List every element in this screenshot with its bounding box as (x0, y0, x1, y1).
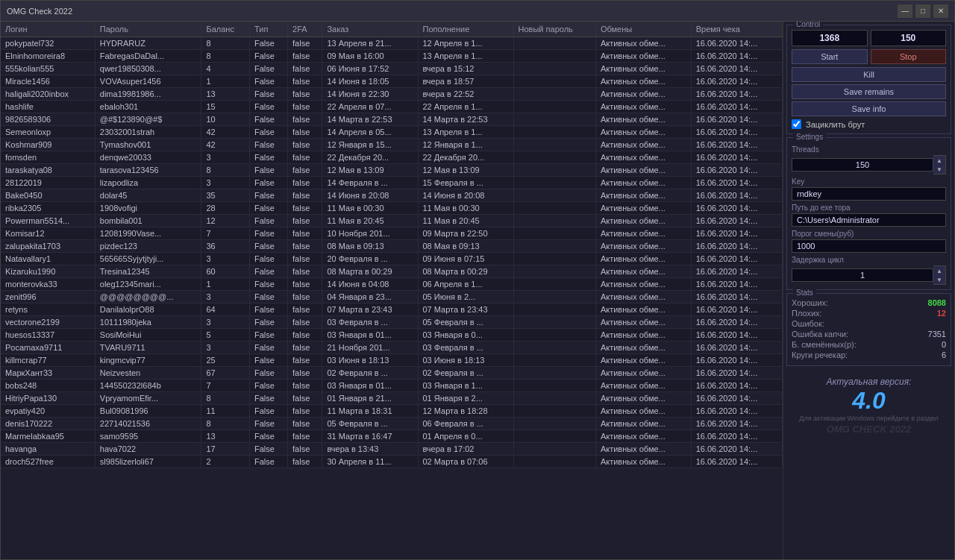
delay-decrement[interactable]: ▼ (933, 275, 945, 284)
table-cell: false (288, 392, 322, 405)
close-button[interactable]: ✕ (933, 4, 948, 18)
table-cell (513, 63, 595, 75)
threshold-input[interactable] (792, 239, 946, 253)
table-row: Bake0450dolar4535Falsefalse14 Июня в 20:… (1, 189, 783, 202)
col-balance: Баланс (201, 22, 250, 37)
table-cell (513, 443, 595, 456)
table-cell: 16.06.2020 14:... (691, 151, 782, 164)
table-cell: 16.06.2020 14:... (691, 456, 782, 468)
table-cell: false (288, 240, 322, 253)
table-cell: 28 (201, 202, 250, 215)
table-row: Semeonloxp23032001strah42Falsefalse14 Ап… (1, 126, 783, 139)
col-checktime: Время чека (691, 22, 782, 37)
table-row: fomsdendenqwe200333Falsefalse22 Декабря … (1, 151, 783, 164)
table-cell: 11 Мая в 00:30 (322, 202, 418, 215)
good-label: Хороших: (792, 298, 828, 307)
table-cell: 28122019 (1, 177, 95, 189)
table-cell: fomsden (1, 151, 95, 164)
save-remains-button[interactable]: Save remains (792, 84, 946, 99)
table-row: Kizaruku1990Tresina1234560Falsefalse08 М… (1, 265, 783, 278)
table-cell: false (288, 367, 322, 380)
table-cell: 03 Января в 01... (322, 329, 418, 342)
table-cell: HitriyPapa130 (1, 392, 95, 405)
table-cell: Активных обме... (595, 367, 691, 380)
save-info-button[interactable]: Save info (792, 101, 946, 116)
table-cell: droch527free (1, 456, 95, 468)
table-cell (513, 88, 595, 101)
table-cell: 16.06.2020 14:... (691, 37, 782, 50)
table-cell: 16.06.2020 14:... (691, 227, 782, 240)
table-cell: Активных обме... (595, 113, 691, 126)
table-cell: 11 (201, 405, 250, 418)
captcha-label: Ошибка капчи: (792, 330, 848, 339)
key-input[interactable] (792, 187, 946, 201)
table-cell: 16.06.2020 14:... (691, 113, 782, 126)
good-stat-row: Хороших: 8088 (792, 298, 946, 307)
delay-increment[interactable]: ▲ (933, 266, 945, 275)
table-cell: False (250, 37, 288, 50)
table-cell: 08 Марта в 00:29 (418, 265, 513, 278)
table-cell: вчера в 13:43 (322, 443, 418, 456)
table-cell: 02 Февраля в ... (418, 367, 513, 380)
stop-button[interactable]: Stop (871, 49, 947, 64)
path-input[interactable] (792, 213, 946, 227)
changed-stat-row: Б. сменённых(р): 0 (792, 340, 946, 349)
col-exchanges: Обмены (595, 22, 691, 37)
minimize-button[interactable]: — (898, 4, 912, 18)
table-cell: Активных обме... (595, 240, 691, 253)
table-cell: zalupakita1703 (1, 240, 95, 253)
table-cell: Semeonloxp (1, 126, 95, 139)
threads-increment[interactable]: ▲ (933, 156, 945, 165)
table-cell: false (288, 265, 322, 278)
table-cell (513, 329, 595, 342)
table-cell: 16.06.2020 14:... (691, 342, 782, 354)
table-cell (513, 113, 595, 126)
table-wrapper[interactable]: Логин Пароль Баланс Тип 2FA Заказ Пополн… (1, 22, 783, 559)
table-cell: Pocamaxa9711 (1, 342, 95, 354)
main-content: Логин Пароль Баланс Тип 2FA Заказ Пополн… (1, 22, 954, 559)
threads-decrement[interactable]: ▼ (933, 165, 945, 174)
table-cell: Natavallary1 (1, 253, 95, 265)
table-cell: 13 Апреля в 21... (322, 37, 418, 50)
table-cell: false (288, 113, 322, 126)
table-cell: 16.06.2020 14:... (691, 101, 782, 113)
table-cell (513, 265, 595, 278)
table-row: bobs248144550232l684b7Falsefalse03 Январ… (1, 380, 783, 392)
table-cell: Tymashov001 (95, 139, 201, 151)
start-button[interactable]: Start (792, 49, 868, 64)
table-cell (513, 227, 595, 240)
table-cell: SosiMoiHui (95, 329, 201, 342)
table-cell: 16.06.2020 14:... (691, 291, 782, 303)
table-cell: false (288, 63, 322, 75)
table-cell (513, 380, 595, 392)
table-cell: False (250, 63, 288, 75)
kill-button[interactable]: Kill (792, 67, 946, 82)
delay-input[interactable] (792, 268, 933, 282)
table-cell: 8 (201, 418, 250, 430)
table-cell: МаркХант33 (1, 367, 95, 380)
table-cell: False (250, 177, 288, 189)
maximize-button[interactable]: □ (915, 4, 930, 18)
table-cell: false (288, 329, 322, 342)
table-cell: 05 Июня в 2... (418, 291, 513, 303)
table-cell: 01 Января в 2... (418, 392, 513, 405)
table-cell (513, 50, 595, 63)
table-cell: False (250, 151, 288, 164)
cycle-brute-checkbox[interactable] (792, 119, 801, 129)
table-cell: 16.06.2020 14:... (691, 392, 782, 405)
table-row: 9826589306@#$123890@#$10Falsefalse14 Мар… (1, 113, 783, 126)
table-cell: 10 (201, 113, 250, 126)
threads-input[interactable] (792, 158, 933, 172)
table-cell: taraskatya08 (1, 164, 95, 177)
table-cell: 03 Января в 01... (322, 380, 418, 392)
table-cell: 8 (201, 392, 250, 405)
table-cell: 12 Мая в 13:09 (418, 164, 513, 177)
table-cell: False (250, 303, 288, 316)
table-row: Elninhomoreira8FabregasDaDal...8Falsefal… (1, 50, 783, 63)
table-cell: 16.06.2020 14:... (691, 265, 782, 278)
rounds-label: Круги речекар: (792, 350, 848, 359)
table-cell: false (288, 75, 322, 88)
table-cell: 16.06.2020 14:... (691, 75, 782, 88)
table-cell: Активных обме... (595, 316, 691, 329)
table-cell: False (250, 164, 288, 177)
